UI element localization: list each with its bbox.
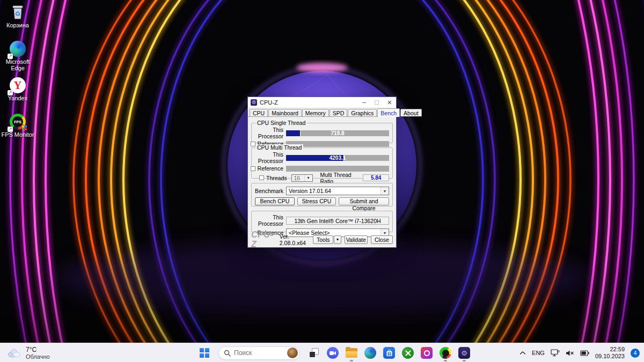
language-indicator[interactable]: ENG (532, 350, 545, 356)
desktop-icon-label: Yandex (8, 95, 28, 101)
single-thread-score: 719.8 (286, 130, 389, 136)
cpuz-taskbar-button[interactable]: ⚙ (456, 344, 472, 362)
system-tray: ENG 22:59 09.10.2023 4 (519, 343, 640, 362)
tab-graphics[interactable]: Graphics (348, 109, 377, 116)
stress-cpu-button[interactable]: Stress CPU (297, 197, 336, 205)
close-button[interactable]: × (387, 99, 392, 106)
tools-dropdown-button[interactable]: ▾ (334, 235, 341, 244)
group-benchmark: Benchmark Version 17.01.64 ▾ Bench CPU S… (251, 183, 393, 206)
benchmark-version-select[interactable]: Version 17.01.64 ▾ (286, 187, 389, 195)
running-indicator (350, 360, 353, 361)
maximize-button[interactable] (375, 100, 379, 105)
weather-temp: 7°C (26, 346, 50, 353)
taskbar-search[interactable] (218, 346, 300, 360)
group-cpu-single-thread: CPU Single Thread This Processor 719.8 R… (251, 123, 393, 143)
microsoft-store-icon (383, 347, 395, 359)
desktop-icon-microsoft-edge[interactable]: ↗ Microsoft Edge (1, 40, 34, 73)
tab-spd[interactable]: SPD (330, 109, 348, 116)
cpuz-window: ⚙ CPU-Z – × CPU Mainboard Memory SPD Gra… (247, 97, 397, 248)
clock[interactable]: 22:59 09.10.2023 (595, 346, 625, 360)
chat-camera-icon (327, 347, 339, 359)
desktop-icon-list: ♻ Корзина ↗ Microsoft Edge Y ↗ Yandex FP… (1, 3, 34, 146)
multi-thread-ratio-value: 5.84 (363, 174, 389, 181)
desktop: ♻ Корзина ↗ Microsoft Edge Y ↗ Yandex FP… (0, 0, 644, 362)
red-gradient-app-button[interactable] (419, 344, 435, 362)
desktop-icon-label: FPS Monitor (1, 131, 34, 138)
hidden-icons-chevron[interactable] (519, 351, 526, 355)
fps-monitor-button[interactable] (437, 344, 453, 362)
tab-bench[interactable]: Bench (377, 108, 400, 117)
task-view-icon (309, 348, 319, 358)
single-thread-score-bar: 719.8 (286, 130, 389, 136)
multi-thread-reference-bar (286, 166, 389, 172)
reference-checkbox[interactable] (251, 142, 255, 146)
search-daily-image[interactable] (287, 348, 298, 358)
minimize-button[interactable]: – (362, 99, 366, 106)
chevron-down-icon: ▾ (304, 175, 312, 181)
file-explorer-button[interactable] (343, 344, 360, 362)
taskbar: 7°C Облачно (0, 343, 644, 362)
tools-button[interactable]: Tools (313, 235, 333, 244)
battery-icon[interactable] (580, 350, 589, 356)
tab-strip: CPU Mainboard Memory SPD Graphics Bench … (248, 107, 396, 117)
microsoft-store-button[interactable] (381, 344, 397, 362)
this-processor-label: This Processor (255, 214, 286, 227)
clock-date: 09.10.2023 (595, 353, 625, 360)
this-processor-label: This Processor (255, 151, 286, 164)
multi-thread-score: 4203.1 (286, 155, 389, 161)
multi-thread-score-bar: 4203.1 (286, 155, 389, 161)
running-indicator (463, 360, 466, 361)
desktop-icon-recycle-bin[interactable]: ♻ Корзина (1, 3, 34, 36)
notification-badge[interactable]: 4 (631, 349, 640, 358)
shortcut-arrow-icon: ↗ (8, 127, 13, 132)
threads-select[interactable]: 16 ▾ (291, 174, 313, 182)
taskbar-center: ⚙ (196, 343, 472, 362)
xbox-icon (402, 347, 414, 359)
desktop-icon-yandex[interactable]: Y ↗ Yandex (1, 76, 34, 109)
desktop-icon-fps-monitor[interactable]: FPS ↗ FPS Monitor (1, 113, 34, 146)
desktop-icon-label: Корзина (6, 22, 29, 28)
reference-checkbox[interactable] (251, 166, 255, 171)
cloud-icon (6, 348, 21, 358)
validate-button[interactable]: Validate (345, 235, 368, 244)
xbox-button[interactable] (400, 344, 416, 362)
shortcut-arrow-icon: ↗ (8, 90, 13, 95)
weather-widget[interactable]: 7°C Облачно (6, 343, 50, 362)
group-legend: CPU Multi Thread (255, 144, 303, 151)
close-window-button[interactable]: Close (371, 235, 393, 244)
window-footer: CPU-Z Ver. 2.08.0.x64 Tools ▾ Validate C… (251, 235, 393, 245)
chevron-down-icon: ▾ (380, 187, 389, 195)
submit-and-compare-button[interactable]: Submit and Compare (339, 197, 389, 205)
processor-name-field: 13th Gen Intel® Core™ i7-13620H (286, 217, 389, 225)
tab-memory[interactable]: Memory (302, 109, 329, 116)
network-icon[interactable] (551, 349, 560, 357)
weather-condition: Облачно (26, 353, 50, 360)
chat-button[interactable] (325, 344, 341, 362)
bench-cpu-button[interactable]: Bench CPU (255, 197, 295, 205)
threads-checkbox[interactable] (259, 175, 264, 180)
group-cpu-multi-thread: CPU Multi Thread This Processor 4203.1 R… (251, 147, 393, 179)
task-view-button[interactable] (306, 344, 322, 362)
this-processor-label: This Processor (255, 127, 286, 139)
volume-muted-icon[interactable] (566, 350, 574, 357)
clock-time: 22:59 (595, 346, 625, 353)
benchmark-label: Benchmark (255, 188, 286, 194)
window-title: CPU-Z (260, 99, 278, 106)
svg-text:♻: ♻ (15, 10, 21, 18)
cpuz-titlebar[interactable]: ⚙ CPU-Z – × (248, 97, 396, 107)
search-icon (224, 350, 231, 357)
tab-about[interactable]: About (400, 109, 421, 116)
edge-icon (364, 347, 376, 359)
multi-thread-ratio-label: Multi Thread Ratio (320, 172, 360, 184)
file-explorer-icon (346, 348, 357, 358)
start-button[interactable] (196, 344, 213, 362)
group-compare: This Processor 13th Gen Intel® Core™ i7-… (251, 211, 393, 232)
edge-button[interactable] (362, 344, 378, 362)
recycle-bin-icon: ♻ (9, 4, 26, 21)
tab-cpu[interactable]: CPU (250, 109, 268, 116)
group-legend: CPU Single Thread (255, 120, 307, 126)
tab-mainboard[interactable]: Mainboard (268, 109, 302, 116)
version-text: Ver. 2.08.0.x64 (280, 233, 313, 246)
search-input[interactable] (234, 349, 284, 357)
red-gradient-app-icon (421, 347, 433, 359)
